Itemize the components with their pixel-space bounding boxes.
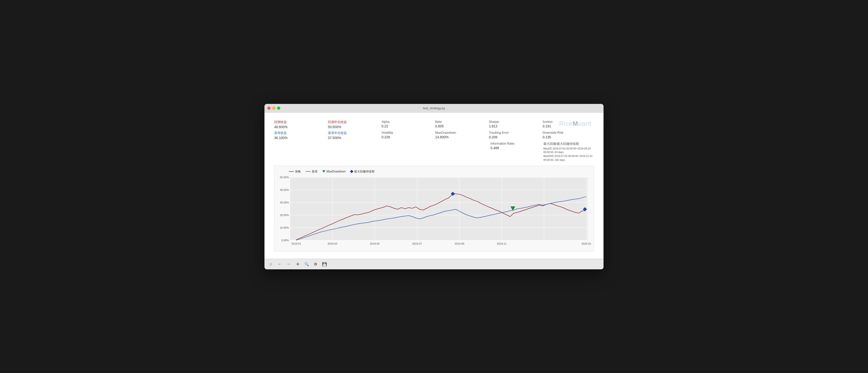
svg-rect-0 [290, 177, 588, 240]
close-button[interactable] [268, 106, 271, 110]
stat-value-backtesting-return: 48.600% [274, 125, 326, 129]
svg-text:2019-07: 2019-07 [412, 242, 422, 245]
svg-text:20.00%: 20.00% [280, 213, 289, 216]
legend-strategy-line [289, 171, 294, 172]
stat-label-backtesting-return: 回测收益 [274, 120, 326, 124]
stat-label-alpha: Alpha [381, 120, 433, 124]
stat-value-downside-risk: 0.135 [542, 135, 594, 139]
stats-section: RiceMuant 回测收益 48.600% 回测年化收益 50.600% Al… [274, 120, 594, 162]
toolbar: ⌂ ← → ✛ 🔍 ⚙ 💾 [265, 259, 603, 269]
legend-maxddd-label: 最大回撤持续期 [354, 169, 374, 174]
stat-label-benchmark-annual: 基准年化收益 [328, 131, 379, 135]
zoom-button[interactable]: 🔍 [303, 260, 310, 268]
svg-text:2019-03: 2019-03 [328, 242, 337, 245]
stat-beta: Beta 0.605 [435, 120, 487, 129]
stat-label-beta: Beta [435, 120, 487, 124]
stat-label-maxdrawdown: MaxDrawdown [435, 131, 487, 134]
stats-row-1: 回测收益 48.600% 回测年化收益 50.600% Alpha 0.22 B… [274, 120, 594, 129]
legend-maxdrawdown-icon [322, 170, 325, 173]
stat-volatility: Volatility 0.226 [381, 131, 433, 140]
stats-row-2: 基准收益 36.100% 基准年化收益 37.500% Volatility 0… [274, 131, 594, 140]
back-button[interactable]: ← [276, 260, 284, 268]
legend-benchmark-label: 基准 [312, 169, 317, 174]
stat-value-benchmark-annual: 37.500% [328, 136, 379, 140]
stat-sharpe: Sharpe 1.813 [489, 120, 540, 129]
svg-text:40.00%: 40.00% [280, 188, 289, 191]
stat-label-tracking-error: Tracking Error [489, 131, 540, 134]
legend-benchmark-line [306, 171, 310, 172]
chart-legend: 策略 基准 MaxDrawdown 最大回撤持续期 [289, 169, 591, 174]
stat-alpha: Alpha 0.22 [381, 120, 433, 129]
svg-text:2019-09: 2019-09 [455, 242, 464, 245]
stat-label-maxdd: 最大回撤/最大回撤持续期 [544, 142, 594, 146]
legend-strategy-label: 策略 [295, 169, 301, 174]
stat-value-info-ratio: 0.468 [490, 146, 541, 150]
stat-tracking-error: Tracking Error 0.206 [489, 131, 540, 140]
settings-icon: ⚙ [314, 262, 317, 267]
save-button[interactable]: 💾 [321, 260, 329, 268]
svg-text:30.00%: 30.00% [280, 201, 289, 204]
pan-icon: ✛ [296, 262, 299, 267]
stat-backtesting-return: 回测收益 48.600% [274, 120, 326, 129]
stat-info-ratio: Information Ratio 0.468 [490, 142, 541, 162]
stat-maxdrawdown: MaxDrawdown 14.800% [435, 131, 487, 140]
stat-benchmark-annual: 基准年化收益 37.500% [328, 131, 379, 140]
chart-container: 策略 基准 MaxDrawdown 最大回撤持续期 [274, 166, 594, 251]
pan-button[interactable]: ✛ [294, 260, 302, 268]
home-button[interactable]: ⌂ [267, 260, 275, 268]
legend-maxdrawdown-label: MaxDrawdown [327, 170, 346, 173]
titlebar: test_strategy.py [265, 104, 603, 113]
stat-label-benchmark-return: 基准收益 [274, 131, 326, 135]
app-window: test_strategy.py RiceMuant 回测收益 48.600% … [265, 104, 603, 269]
forward-button[interactable]: → [285, 260, 292, 268]
stat-maxdd-info: 最大回撤/最大回撤持续期 MaxDD 2019-07-02 00:00:00~2… [544, 142, 594, 162]
legend-maxdrawdown: MaxDrawdown [322, 169, 346, 174]
stat-value-beta: 0.605 [435, 124, 487, 128]
watermark: RiceMuant [559, 120, 591, 127]
stat-label-downside-risk: Downside Risk [542, 131, 594, 134]
stat-value-tracking-error: 0.206 [489, 135, 540, 139]
stat-label-info-ratio: Information Ratio [490, 142, 541, 145]
home-icon: ⌂ [270, 262, 272, 266]
save-icon: 💾 [322, 262, 327, 267]
svg-text:10.00%: 10.00% [280, 226, 289, 229]
zoom-icon: 🔍 [304, 262, 309, 267]
window-title: test_strategy.py [423, 106, 445, 110]
minimize-button[interactable] [272, 106, 275, 110]
maximize-button[interactable] [277, 106, 280, 110]
settings-button[interactable]: ⚙ [312, 260, 319, 268]
traffic-lights [268, 106, 280, 110]
stat-value-volatility: 0.226 [381, 135, 433, 139]
legend-strategy: 策略 [289, 169, 301, 174]
legend-benchmark: 基准 [306, 169, 317, 174]
stat-value-annual-return: 50.600% [328, 125, 379, 129]
stat-value-benchmark-return: 36.100% [274, 136, 326, 140]
stat-label-sharpe: Sharpe [489, 120, 540, 124]
stat-value-maxdrawdown: 14.800% [435, 135, 487, 139]
stat-benchmark-return: 基准收益 36.100% [274, 131, 326, 140]
stat-annual-return: 回测年化收益 50.600% [328, 120, 379, 129]
stat-label-volatility: Volatility [381, 131, 433, 134]
svg-text:2019-05: 2019-05 [370, 242, 379, 245]
svg-text:2020-01: 2020-01 [582, 242, 591, 245]
stat-value-sharpe: 1.813 [489, 124, 540, 128]
svg-text:0.00%: 0.00% [281, 239, 289, 242]
svg-text:50.00%: 50.00% [280, 176, 289, 179]
stat-downside-risk: Downside Risk 0.135 [542, 131, 594, 140]
forward-icon: → [287, 262, 290, 266]
maxdd-line2: MaxDDD 2019-07-02 00:00:00~2019-12-31 00… [544, 154, 594, 162]
back-icon: ← [278, 262, 282, 266]
svg-text:2019-01: 2019-01 [291, 242, 301, 245]
stats-extra-row: Information Ratio 0.468 最大回撤/最大回撤持续期 Max… [274, 142, 594, 162]
stat-value-alpha: 0.22 [381, 124, 433, 128]
maxdd-line1: MaxDD 2019-07-02 00:00:00~2019-09-24 00:… [544, 147, 594, 155]
svg-text:2019-11: 2019-11 [497, 242, 506, 245]
stat-label-annual-return: 回测年化收益 [328, 120, 379, 124]
line-chart: 50.00% 40.00% 30.00% 20.00% 10.00% 0.00%… [277, 176, 591, 249]
legend-maxddd-icon [350, 170, 353, 173]
legend-maxddd: 最大回撤持续期 [350, 169, 374, 174]
main-content: RiceMuant 回测收益 48.600% 回测年化收益 50.600% Al… [265, 113, 603, 259]
